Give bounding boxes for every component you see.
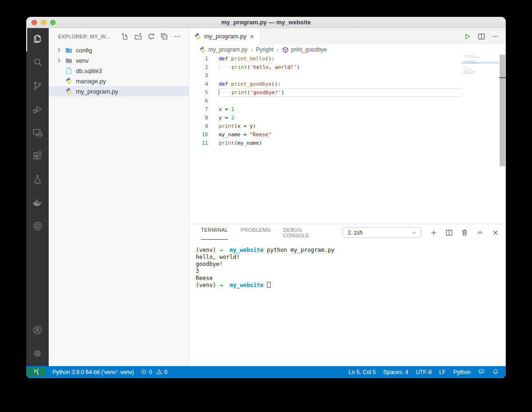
activity-bar-item-remote-explorer[interactable] xyxy=(26,122,49,145)
activity-bar-item-settings[interactable] xyxy=(26,343,49,366)
line-content: ····print('hello, world!') xyxy=(219,63,462,72)
activity-bar-item-kubernetes[interactable] xyxy=(26,215,49,239)
terminal-line: goodbye! xyxy=(196,261,499,268)
overview-ruler-cursor-marker xyxy=(499,77,506,78)
search-icon xyxy=(32,57,43,70)
code-line-3[interactable]: 3 xyxy=(189,72,462,80)
run-python-file-icon[interactable] xyxy=(464,33,471,40)
zoom-window-button[interactable] xyxy=(50,20,56,25)
code-line-4[interactable]: 4def·print_goodbye(): xyxy=(189,80,462,88)
file-tree-item-my_program.py[interactable]: my_program.py xyxy=(49,86,189,96)
scrollbar-thumb[interactable] xyxy=(500,55,505,166)
code-line-10[interactable]: 10my_name·=·"Reese" xyxy=(189,131,462,139)
status-end-of-line[interactable]: LF xyxy=(439,369,446,375)
terminal-output[interactable]: (venv) → my_website python my_program.py… xyxy=(189,241,506,366)
minimap-code: def·print_hello():····print('hello, worl… xyxy=(462,55,499,74)
line-number: 6 xyxy=(189,97,208,105)
breadcrumb-item-Pyright[interactable]: Pyright xyxy=(256,46,273,53)
code-line-2[interactable]: 2····print('hello, world!') xyxy=(189,63,462,72)
collapse-folders-icon[interactable] xyxy=(161,33,168,40)
terminal-line: hello, world! xyxy=(196,254,499,261)
extensions-icon xyxy=(32,150,43,163)
split-terminal-icon[interactable] xyxy=(445,229,453,236)
panel-tab-debug-console[interactable]: DEBUG CONSOLE xyxy=(283,225,330,240)
minimize-window-button[interactable] xyxy=(41,20,46,25)
file-label: manage.py xyxy=(76,78,106,85)
activity-bar-item-source-control[interactable] xyxy=(26,75,49,98)
file-tree: configvenvdb.sqlite3manage.pymy_program.… xyxy=(49,45,189,96)
tree-indent xyxy=(55,67,63,74)
line-content: print(x·+·y) xyxy=(219,122,462,131)
more-actions-icon[interactable] xyxy=(174,33,181,40)
refresh-explorer-icon[interactable] xyxy=(148,33,155,40)
activity-bar-item-testing[interactable] xyxy=(26,169,49,192)
panel-tab-problems[interactable]: PROBLEMS xyxy=(241,225,271,240)
code-line-9[interactable]: 9print(x·+·y) xyxy=(189,122,462,131)
file-tree-item-venv[interactable]: venv xyxy=(49,55,189,66)
status-feedback[interactable] xyxy=(478,368,485,376)
docker-icon xyxy=(32,197,43,210)
status-cursor-position[interactable]: Ln 5, Col 5 xyxy=(348,369,376,375)
new-terminal-icon[interactable] xyxy=(430,229,437,236)
maximize-panel-icon[interactable] xyxy=(476,229,484,236)
new-file-icon[interactable] xyxy=(121,33,129,40)
tab-my-program-py[interactable]: my_program.py × xyxy=(189,28,260,44)
status-python-interpreter[interactable]: Python 3.9.0 64-bit ('venv': venv) xyxy=(52,369,134,375)
line-content: ····print('goodbye!') xyxy=(219,88,462,97)
titlebar[interactable]: my_program.py — my_website xyxy=(26,17,506,28)
file-label: my_program.py xyxy=(76,88,118,95)
code-line-5[interactable]: 5····print('goodbye!') xyxy=(189,88,462,97)
file-tree-item-manage.py[interactable]: manage.py xyxy=(49,76,189,86)
chevron-right-icon[interactable] xyxy=(55,57,63,64)
file-label: venv xyxy=(76,57,89,64)
status-encoding[interactable]: UTF-8 xyxy=(416,369,432,375)
breadcrumb-item-my_program.py[interactable]: my_program.py xyxy=(199,46,247,53)
line-content: def·print_goodbye(): xyxy=(219,80,462,88)
line-number xyxy=(462,73,463,74)
code-line-11[interactable]: 11print(my_name) xyxy=(189,139,462,147)
file-tree-item-config[interactable]: config xyxy=(49,45,189,55)
code-editor[interactable]: 1def·print_hello():2····print('hello, wo… xyxy=(189,55,506,224)
breadcrumb-item-print_goodbye[interactable]: print_goodbye xyxy=(282,46,327,53)
status-notifications[interactable] xyxy=(492,368,499,376)
code-line-7[interactable]: 7x·=·1 xyxy=(189,105,462,114)
close-panel-icon[interactable] xyxy=(492,229,499,236)
panel-tab-terminal[interactable]: TERMINAL xyxy=(201,225,228,240)
new-folder-icon[interactable] xyxy=(134,33,142,40)
activity-bar-item-docker[interactable] xyxy=(26,192,49,215)
status-language-mode[interactable]: Python xyxy=(453,369,471,375)
explorer-sidebar: EXPLORER: MY_W... configvenvdb.sqlite3ma… xyxy=(49,28,189,366)
run-and-debug-icon xyxy=(32,103,43,117)
close-window-button[interactable] xyxy=(31,20,37,25)
file-label: db.sqlite3 xyxy=(76,67,102,74)
editor-scrollbar[interactable] xyxy=(499,55,506,224)
terminal-selector-dropdown[interactable]: 1: zsh xyxy=(342,227,421,238)
remote-indicator[interactable] xyxy=(26,368,46,376)
line-content: y·=·2 xyxy=(219,114,462,122)
activity-bar-item-explorer[interactable] xyxy=(26,28,49,52)
line-number: 5 xyxy=(189,88,208,97)
error-count: 0 xyxy=(149,369,152,375)
chevron-right-icon[interactable] xyxy=(55,46,63,54)
account-icon xyxy=(32,324,43,338)
activity-bar-item-extensions[interactable] xyxy=(26,145,49,169)
activity-bar-item-run-and-debug[interactable] xyxy=(26,98,49,122)
split-editor-icon[interactable] xyxy=(478,33,485,40)
remote-icon xyxy=(33,368,40,376)
code-line-6[interactable]: 6 xyxy=(189,97,462,105)
status-indentation[interactable]: Spaces: 4 xyxy=(383,369,408,375)
minimap[interactable]: def·print_hello():····print('hello, worl… xyxy=(462,55,499,224)
code-line-11[interactable]: print(my_name) xyxy=(462,73,499,74)
more-actions-icon[interactable] xyxy=(492,33,499,40)
explorer-title: EXPLORER: MY_W... xyxy=(58,34,110,39)
kubernetes-icon xyxy=(32,221,43,234)
file-tree-item-db.sqlite3[interactable]: db.sqlite3 xyxy=(49,66,189,76)
status-problems[interactable]: 00 xyxy=(140,368,171,376)
close-tab-icon[interactable]: × xyxy=(248,32,256,40)
activity-bar-item-search[interactable] xyxy=(26,52,49,75)
activity-bar-item-account[interactable] xyxy=(26,319,49,343)
kill-terminal-icon[interactable] xyxy=(461,229,468,236)
code-line-1[interactable]: 1def·print_hello(): xyxy=(189,55,462,63)
code-line-8[interactable]: 8y·=·2 xyxy=(189,114,462,122)
line-number: 2 xyxy=(189,63,208,72)
